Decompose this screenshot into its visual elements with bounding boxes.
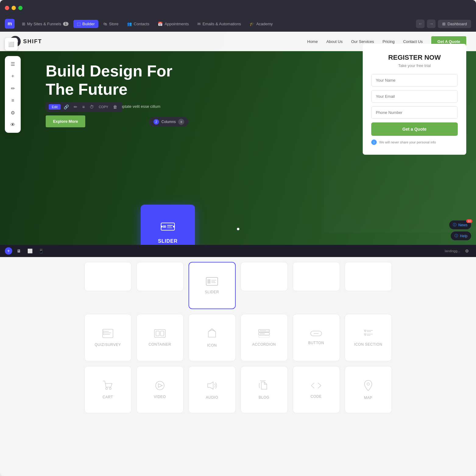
nav-item-contacts[interactable]: 👥 Contacts	[123, 20, 153, 28]
widget-code[interactable]: CODE	[293, 366, 340, 413]
close-button[interactable]	[5, 6, 9, 10]
slider-widget[interactable]: SLIDER	[141, 205, 195, 245]
widget-placeholder-4[interactable]	[293, 262, 340, 291]
maximize-button[interactable]	[18, 6, 23, 10]
email-field[interactable]	[371, 90, 458, 103]
privacy-text: We will never share your personal info	[379, 140, 436, 144]
nav-link-pricing[interactable]: Pricing	[383, 39, 395, 44]
nav-item-appointments[interactable]: 📅 Appointments	[154, 20, 192, 28]
slide-dot-1[interactable]	[237, 228, 239, 230]
nav-right: ← → ⊞ Dashboard	[416, 19, 471, 28]
appointments-icon: 📅	[158, 22, 163, 26]
widget-placeholder-2[interactable]	[136, 262, 184, 291]
nav-item-store[interactable]: 🛍 Store	[100, 20, 122, 28]
widget-quiz[interactable]: QUIZ/SURVEY	[84, 314, 132, 361]
audio-icon	[206, 380, 217, 391]
canvas-settings-button[interactable]: ⚙	[463, 247, 471, 255]
widget-audio[interactable]: AUDIO	[189, 366, 236, 413]
icon-section-label: ICON SECTION	[354, 342, 383, 347]
widget-cart[interactable]: CART	[84, 366, 132, 413]
nav-link-services[interactable]: Our Services	[351, 39, 374, 44]
widget-icon-section[interactable]: ICON SECTION	[345, 314, 392, 361]
undo-button[interactable]: ←	[416, 19, 425, 28]
settings-icon[interactable]: ⚙	[7, 107, 18, 118]
align-icon[interactable]: ≡	[80, 104, 86, 110]
site-logo-text: SHIFT	[23, 38, 42, 45]
info-icon: i	[371, 139, 377, 145]
widget-container[interactable]: CONTAINER	[136, 314, 184, 361]
widget-row-2: QUIZ/SURVEY CONTAINER	[12, 314, 464, 361]
add-element-button[interactable]: +	[5, 247, 12, 255]
add-column-button[interactable]: +	[178, 119, 184, 125]
redo-button[interactable]: →	[427, 19, 435, 28]
filter-icon[interactable]: ≡	[7, 95, 18, 106]
svg-marker-31	[364, 330, 366, 332]
widget-slider[interactable]: SLIDER	[189, 262, 236, 309]
pencil-icon[interactable]: ✏	[72, 104, 79, 110]
name-field[interactable]	[371, 74, 458, 86]
nav-item-emails[interactable]: ✉ Emails & Automations	[194, 20, 245, 28]
button-icon	[310, 330, 322, 337]
widget-row-1: SLIDER	[12, 262, 464, 309]
video-label: VIDEO	[154, 395, 166, 399]
nav-item-builder[interactable]: ⬚ Builder	[73, 20, 98, 28]
news-circle-icon: ⓘ	[453, 222, 457, 227]
widget-placeholder-3[interactable]	[241, 262, 288, 291]
widget-accordion[interactable]: ACCORDION	[241, 314, 288, 361]
slider-card-label: SLIDER	[205, 290, 219, 294]
cart-icon	[102, 380, 113, 391]
columns-bar[interactable]: 2 Columns +	[149, 117, 189, 127]
help-button[interactable]: ⓘ Help	[451, 231, 471, 240]
nav-logo[interactable]: m	[5, 19, 15, 29]
builder-canvas: SHIFT Home About Us Our Services Pricing…	[0, 32, 476, 257]
mac-window: m ⊞ My Sites & Funnels 1 ⬚ Builder 🛍 Sto…	[0, 0, 476, 476]
register-title: REGISTER NOW	[371, 54, 458, 62]
icon-card-icon	[207, 328, 217, 339]
columns-badge: 2	[153, 119, 159, 125]
timer-icon[interactable]: ⏱	[88, 104, 96, 110]
svg-rect-22	[160, 331, 164, 336]
nav-link-about[interactable]: About Us	[326, 39, 342, 44]
phone-field[interactable]	[371, 106, 458, 119]
widget-blog[interactable]: BLOG	[241, 366, 288, 413]
add-section-button[interactable]: +	[7, 71, 18, 82]
builder-bottom-bar: + 🖥 ⬜ 📱 landingg... ⚙	[0, 245, 476, 257]
widget-map[interactable]: MAP	[345, 366, 392, 413]
svg-point-7	[161, 226, 163, 227]
explore-more-button[interactable]: Explore More	[46, 115, 85, 127]
widget-icon-card[interactable]: ICON	[189, 314, 236, 361]
nav-item-academy[interactable]: 🎓 Academy	[246, 20, 276, 28]
mobile-view-button[interactable]: 📱	[37, 247, 45, 255]
widget-button[interactable]: BUTTON	[293, 314, 340, 361]
link-icon[interactable]: 🔗	[62, 104, 71, 110]
widget-placeholder-5[interactable]	[345, 262, 392, 291]
nav-link-contact[interactable]: Contact Us	[403, 39, 423, 44]
preview-icon[interactable]: 👁	[7, 119, 18, 130]
minimize-button[interactable]	[12, 6, 16, 10]
page-indicator[interactable]: ⬜	[5, 38, 18, 51]
edit-tool-button[interactable]: ✏	[7, 83, 18, 94]
slider-card-icon	[206, 277, 218, 286]
copy-button[interactable]: COPY	[97, 104, 110, 110]
slide-dots	[237, 228, 239, 230]
svg-marker-34	[364, 334, 366, 336]
svg-point-38	[109, 388, 111, 390]
widget-video[interactable]: VIDEO	[136, 366, 184, 413]
sites-icon: ⊞	[22, 22, 25, 26]
news-button[interactable]: ⓘ News 10	[449, 220, 471, 229]
svg-rect-9	[207, 279, 210, 284]
video-icon	[154, 381, 166, 390]
widget-placeholder-1[interactable]	[84, 262, 132, 291]
builder-icon: ⬚	[77, 22, 81, 26]
get-quote-button[interactable]: Get a Quote	[371, 122, 458, 136]
delete-icon[interactable]: 🗑	[111, 104, 119, 110]
dashboard-button[interactable]: ⊞ Dashboard	[438, 20, 471, 28]
nav-item-sites[interactable]: ⊞ My Sites & Funnels 1	[18, 20, 72, 28]
edit-button[interactable]: Edit	[49, 104, 61, 110]
nav-link-home[interactable]: Home	[307, 39, 318, 44]
svg-rect-19	[103, 334, 104, 335]
tablet-view-button[interactable]: ⬜	[26, 247, 34, 255]
menu-icon[interactable]: ☰	[7, 58, 18, 69]
desktop-view-button[interactable]: 🖥	[15, 247, 23, 255]
widget-grid: SLIDER	[0, 257, 476, 476]
